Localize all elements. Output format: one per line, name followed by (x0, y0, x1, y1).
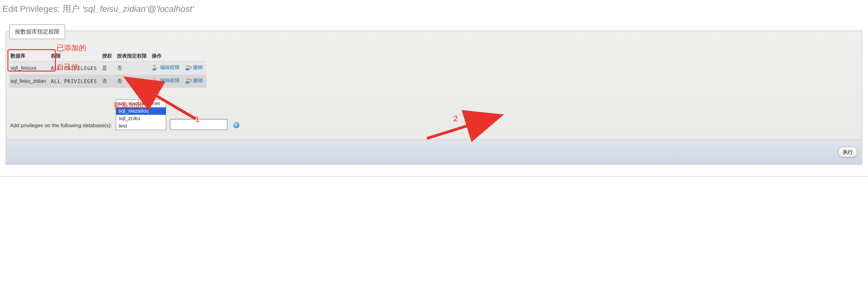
col-action: 操作 (151, 51, 183, 61)
col-table-specific: 按表指定权限 (116, 51, 151, 61)
revoke-label: 撤销 (193, 78, 203, 84)
help-icon[interactable]: ? (233, 122, 239, 128)
col-action-spacer (183, 51, 207, 61)
db-specific-privileges-fieldset: 按数据库指定权限 数据库 权限 授权 按表指定权限 操作 sql\_feisux… (6, 30, 862, 140)
database-name-input[interactable] (170, 119, 227, 130)
user-edit-icon (152, 77, 159, 84)
cell-grant: 否 (101, 75, 116, 88)
cell-db: sql\_feisuxs (9, 61, 50, 75)
separator (0, 176, 868, 177)
edit-priv-label: 编辑权限 (160, 64, 180, 71)
page-title: Edit Privileges: 用户 'sql_feisu_zidian'@'… (0, 0, 868, 22)
cell-priv: ALL PRIVILEGES (50, 61, 101, 75)
edit-priv-label: 编辑权限 (160, 78, 180, 84)
cell-tblspec: 否 (116, 75, 151, 88)
revoke-link[interactable]: 撤销 (185, 64, 203, 71)
select-option[interactable]: sql_zciku (116, 115, 166, 122)
table-row: sql\_feisuxs ALL PRIVILEGES 是 否 编辑权限 (9, 61, 207, 75)
page-title-userhost: 'sql_feisu_zidian'@'localhost' (82, 4, 194, 14)
select-option[interactable]: test (116, 122, 166, 130)
fieldset-legend: 按数据库指定权限 (9, 24, 65, 39)
submit-button[interactable]: 执行 (838, 147, 858, 158)
add-privileges-label: Add privileges on the following database… (10, 123, 112, 130)
database-select[interactable]: sql_xiaoba365net sql_xiazailou sql_zciku… (116, 100, 166, 130)
col-grant: 授权 (101, 51, 116, 61)
col-database: 数据库 (9, 51, 50, 61)
add-privileges-row: Add privileges on the following database… (9, 97, 859, 133)
privilege-table: 数据库 权限 授权 按表指定权限 操作 sql\_feisuxs ALL PRI… (9, 51, 207, 88)
cell-priv: ALL PRIVILEGES (50, 75, 101, 88)
revoke-link[interactable]: 撤销 (185, 77, 203, 84)
cell-tblspec: 否 (116, 61, 151, 75)
user-edit-icon (152, 64, 159, 71)
revoke-label: 撤销 (193, 64, 203, 71)
footer-bar: 执行 (6, 140, 862, 165)
svg-point-0 (153, 65, 155, 67)
page-title-prefix: Edit Privileges: 用户 (2, 4, 82, 14)
edit-priv-link[interactable]: 编辑权限 (152, 64, 180, 71)
edit-priv-link[interactable]: 编辑权限 (152, 77, 180, 84)
select-option[interactable]: sql_xiaoba365net (116, 100, 166, 107)
cell-grant: 是 (101, 61, 116, 75)
user-revoke-icon (185, 77, 191, 84)
user-revoke-icon (185, 64, 191, 71)
col-privilege: 权限 (50, 51, 101, 61)
cell-db: sql_feisu_zidian (9, 75, 50, 88)
table-row: sql_feisu_zidian ALL PRIVILEGES 否 否 编辑权限 (9, 75, 207, 88)
select-option[interactable]: sql_xiazailou (116, 107, 166, 115)
svg-point-2 (153, 78, 155, 80)
